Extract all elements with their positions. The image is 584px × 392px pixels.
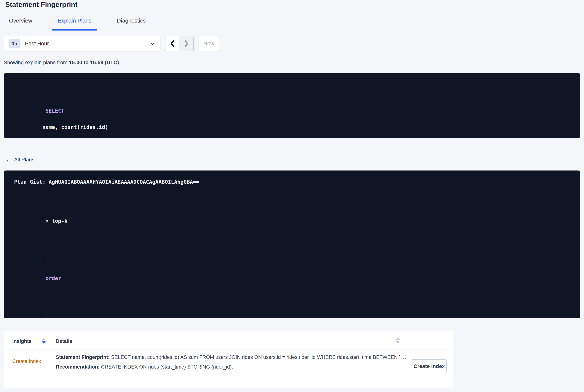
arrow-left-icon: ← xyxy=(5,157,11,163)
showing-range: 15:00 to 16:59 (UTC) xyxy=(69,60,119,65)
detail-text: SELECT name, count(rides.id) AS sum FROM… xyxy=(110,354,408,360)
chevron-right-icon xyxy=(183,40,190,48)
tab[interactable]: Diagnostics xyxy=(111,16,151,30)
plan-tree-row: │ xyxy=(14,291,570,318)
caret-up-icon xyxy=(42,338,45,340)
sql-token: SELECT xyxy=(39,108,64,114)
table-header-rule xyxy=(7,350,450,350)
chevron-left-icon xyxy=(169,40,176,48)
plan-gist-box: Plan Gist: AgHUAQIABQAAAAHYAQIAiAEAAAADC… xyxy=(4,170,580,318)
recommendation-detail: Recommendation: CREATE INDEX ON rides (s… xyxy=(56,364,233,370)
detail-label: Recommendation: xyxy=(56,364,100,370)
all-plans-link[interactable]: ← All Plans xyxy=(5,157,34,163)
section-divider xyxy=(0,151,584,151)
insight-type-link[interactable]: Create Index xyxy=(12,358,41,364)
plan-token: order xyxy=(45,275,61,282)
sql-token: name, count(rides.id) xyxy=(39,124,111,130)
table-row-rule xyxy=(7,382,450,382)
plan-gist-text: Plan Gist: AgHUAQIABQAAAAHYAQIAiAEAAAADC… xyxy=(14,178,570,186)
tab-bar: Overview Explain Plans Diagnostics xyxy=(0,16,584,30)
caret-down-icon xyxy=(396,341,400,344)
plan-token: • top-k xyxy=(45,218,67,224)
column-header-insights[interactable]: Insights xyxy=(12,338,32,346)
caret-up-icon xyxy=(396,337,400,340)
plan-token: │ xyxy=(45,316,49,318)
sort-toggle-icon[interactable] xyxy=(396,337,400,344)
time-range-label: Past Hour xyxy=(25,40,49,47)
detail-label: Statement Fingerprint: xyxy=(56,354,110,360)
tab[interactable]: Overview xyxy=(3,16,38,30)
chevron-down-icon xyxy=(150,42,155,46)
tab[interactable]: Explain Plans xyxy=(52,16,97,30)
detail-text: CREATE INDEX ON rides (start_time) STORI… xyxy=(100,364,233,370)
time-range-select[interactable]: 1h Past Hour xyxy=(4,36,160,51)
plan-tree: • top-k │ order │ └── • xyxy=(14,192,570,318)
next-time-button[interactable] xyxy=(179,36,193,51)
insights-table-card: Insights Details Create Index Statement … xyxy=(4,330,453,388)
plan-tree-row: │ order xyxy=(14,234,570,291)
page-title: Statement Fingerprint xyxy=(5,1,78,8)
all-plans-label: All Plans xyxy=(14,157,34,163)
plan-token: │ xyxy=(45,259,52,265)
showing-range-text: Showing explain plans from 15:00 to 16:5… xyxy=(4,60,119,66)
showing-prefix: Showing explain plans from xyxy=(4,60,69,65)
sql-statement-box: SELECT name, count(rides.id) AS sum FROM… xyxy=(4,73,580,138)
column-header-details[interactable]: Details xyxy=(56,338,72,346)
prev-time-button[interactable] xyxy=(165,36,179,51)
tab-label: Overview xyxy=(9,18,32,24)
statement-fingerprint-detail: Statement Fingerprint: SELECT name, coun… xyxy=(56,354,408,360)
tab-label: Explain Plans xyxy=(57,18,91,24)
sort-toggle-icon[interactable] xyxy=(42,338,45,344)
sql-line: SELECT name, count(rides.id) AS sum xyxy=(14,82,570,138)
caret-down-icon xyxy=(42,341,45,344)
create-index-button[interactable]: Create Index xyxy=(412,359,447,374)
time-pager xyxy=(165,36,194,51)
now-button[interactable]: Now xyxy=(199,36,219,51)
interval-badge: 1h xyxy=(8,39,20,48)
tab-label: Diagnostics xyxy=(117,18,146,24)
plan-tree-row: • top-k xyxy=(14,192,570,234)
